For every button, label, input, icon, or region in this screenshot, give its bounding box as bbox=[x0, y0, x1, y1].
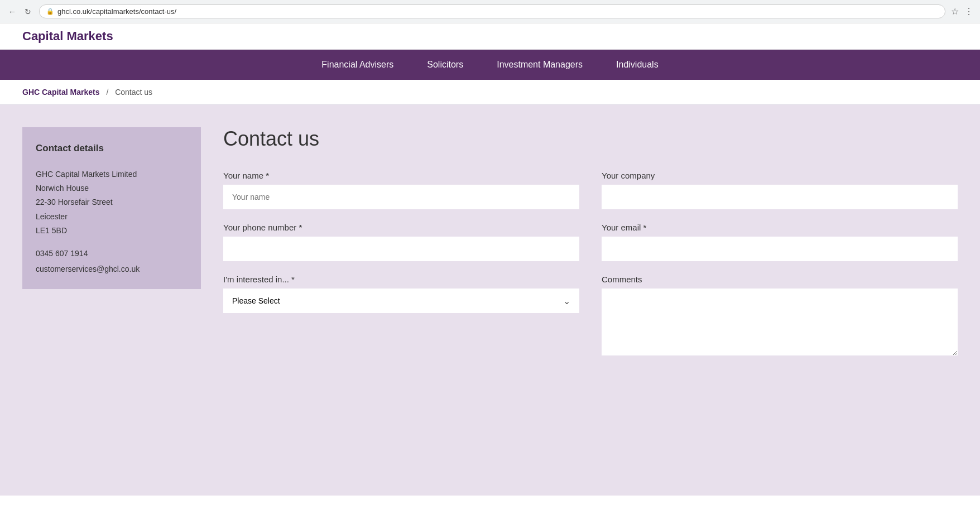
email-input[interactable] bbox=[602, 237, 958, 261]
nav-link-individuals[interactable]: Individuals bbox=[599, 50, 675, 80]
breadcrumb: GHC Capital Markets / Contact us bbox=[0, 80, 980, 105]
contact-sidebar: Contact details GHC Capital Markets Limi… bbox=[22, 127, 201, 289]
phone-label: Your phone number * bbox=[223, 223, 579, 232]
company-label: Your company bbox=[602, 171, 958, 180]
address-bar[interactable]: 🔒 ghcl.co.uk/capitalmarkets/contact-us/ bbox=[39, 4, 945, 18]
name-input[interactable] bbox=[223, 185, 579, 209]
form-group-email: Your email * bbox=[602, 223, 958, 261]
phone-required: * bbox=[299, 223, 302, 232]
interested-select[interactable]: Please Select bbox=[223, 289, 579, 313]
phone-input[interactable] bbox=[223, 237, 579, 261]
main-nav: Financial Advisers Solicitors Investment… bbox=[0, 50, 980, 80]
site-title: Capital Markets bbox=[22, 29, 958, 44]
company-input[interactable] bbox=[602, 185, 958, 209]
contact-phone: 0345 607 1914 bbox=[36, 249, 188, 258]
breadcrumb-home-link[interactable]: GHC Capital Markets bbox=[22, 88, 99, 97]
contact-form-area: Contact us Your name * Your company bbox=[223, 127, 958, 473]
form-grid: Your name * Your company Your phone numb… bbox=[223, 171, 958, 355]
comments-label: Comments bbox=[602, 275, 958, 284]
contact-form: Your name * Your company Your phone numb… bbox=[223, 171, 958, 355]
form-group-name: Your name * bbox=[223, 171, 579, 209]
nav-link-solicitors[interactable]: Solicitors bbox=[410, 50, 480, 80]
contact-sidebar-title: Contact details bbox=[36, 143, 188, 154]
browser-chrome: ← ↻ 🔒 ghcl.co.uk/capitalmarkets/contact-… bbox=[0, 0, 980, 23]
form-group-interested: I'm interested in... * Please Select ⌄ bbox=[223, 275, 579, 355]
address-line-3: 22-30 Horsefair Street bbox=[36, 195, 188, 209]
contact-form-title: Contact us bbox=[223, 127, 958, 151]
address-line-1: GHC Capital Markets Limited bbox=[36, 167, 188, 181]
name-label: Your name * bbox=[223, 171, 579, 180]
browser-actions: ☆ ⋮ bbox=[951, 6, 973, 17]
interested-label: I'm interested in... * bbox=[223, 275, 579, 284]
breadcrumb-separator: / bbox=[106, 88, 108, 97]
contact-email: customerservices@ghcl.co.uk bbox=[36, 265, 188, 273]
back-button[interactable]: ← bbox=[7, 6, 18, 17]
contact-address: GHC Capital Markets Limited Norwich Hous… bbox=[36, 167, 188, 238]
site-header: Capital Markets bbox=[0, 23, 980, 50]
browser-nav-icons: ← ↻ bbox=[7, 6, 33, 17]
star-icon[interactable]: ☆ bbox=[951, 6, 959, 17]
interested-required: * bbox=[291, 275, 295, 284]
form-group-comments: Comments bbox=[602, 275, 958, 355]
breadcrumb-current: Contact us bbox=[115, 88, 152, 97]
address-line-5: LE1 5BD bbox=[36, 224, 188, 238]
address-line-4: Leicester bbox=[36, 210, 188, 224]
menu-icon[interactable]: ⋮ bbox=[964, 6, 973, 17]
address-text: ghcl.co.uk/capitalmarkets/contact-us/ bbox=[57, 7, 176, 16]
nav-item-solicitors[interactable]: Solicitors bbox=[410, 50, 480, 80]
security-icon: 🔒 bbox=[46, 8, 54, 15]
nav-item-financial-advisers[interactable]: Financial Advisers bbox=[305, 50, 410, 80]
nav-item-investment-managers[interactable]: Investment Managers bbox=[480, 50, 599, 80]
nav-link-financial-advisers[interactable]: Financial Advisers bbox=[305, 50, 410, 80]
interested-select-wrapper: Please Select ⌄ bbox=[223, 289, 579, 313]
form-group-company: Your company bbox=[602, 171, 958, 209]
address-line-2: Norwich House bbox=[36, 181, 188, 195]
email-required: * bbox=[643, 223, 647, 232]
email-label: Your email * bbox=[602, 223, 958, 232]
page-content: Contact details GHC Capital Markets Limi… bbox=[0, 105, 980, 496]
form-group-phone: Your phone number * bbox=[223, 223, 579, 261]
name-required: * bbox=[266, 171, 269, 180]
nav-link-investment-managers[interactable]: Investment Managers bbox=[480, 50, 599, 80]
comments-textarea[interactable] bbox=[602, 289, 958, 355]
nav-item-individuals[interactable]: Individuals bbox=[599, 50, 675, 80]
refresh-button[interactable]: ↻ bbox=[22, 6, 33, 17]
